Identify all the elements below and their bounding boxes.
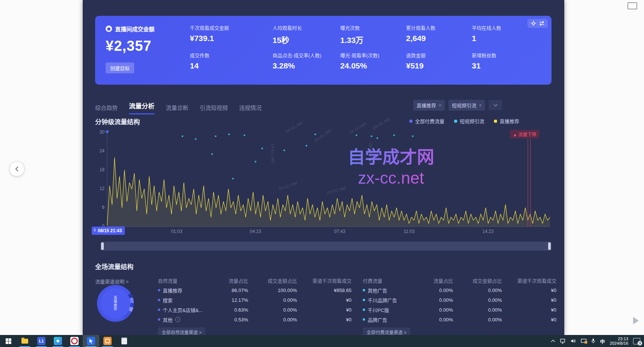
filter-tag-short-video[interactable]: 短视频引流 × bbox=[449, 100, 485, 111]
taskbar-app-browser[interactable] bbox=[66, 335, 83, 347]
metric-exposures: 曝光次数1.33万 bbox=[340, 24, 406, 52]
chevron-left-icon bbox=[15, 166, 19, 172]
chart-range-scrollbar[interactable] bbox=[100, 242, 552, 251]
chart-legend: 全部付费流量 短视频引流 直播推荐 bbox=[409, 117, 519, 125]
filter-dropdown[interactable] bbox=[489, 100, 502, 110]
table-row: 千川品牌广告 0.00% 0.00% ¥0 bbox=[363, 295, 556, 305]
x-tick: 14:23 bbox=[482, 229, 494, 234]
range-handle-left[interactable] bbox=[101, 242, 104, 250]
row-bullet bbox=[158, 318, 160, 321]
display-sync-icon[interactable] bbox=[581, 339, 586, 343]
metric-avg-watch-time: 人均观看时长15秒 bbox=[273, 24, 340, 52]
metric-total-viewers: 累计观看人数2,649 bbox=[406, 24, 472, 52]
tab-overall-trend[interactable]: 综合趋势 bbox=[95, 103, 118, 114]
legend-live-recommend[interactable]: 直播推荐 bbox=[494, 117, 519, 125]
remove-tag-icon[interactable]: × bbox=[439, 103, 441, 108]
metric-avg-online: 平均在线人数1 bbox=[472, 24, 539, 52]
create-goal-button[interactable]: 创建目标 bbox=[106, 62, 134, 73]
filter-tag-live-recommend[interactable]: 直播推荐 × bbox=[413, 100, 445, 111]
table-row: 其他广告 0.00% 0.00% ¥0 bbox=[363, 285, 556, 295]
status-badge bbox=[585, 341, 587, 344]
back-button[interactable] bbox=[10, 162, 24, 176]
volume-icon[interactable] bbox=[571, 339, 576, 343]
date: 2024/8/16 bbox=[610, 341, 628, 345]
y-tick: 6 bbox=[95, 205, 105, 210]
drag-grip-icon: ⠿ bbox=[94, 228, 96, 232]
table-row: 品牌广告 0.00% 0.00% ¥0 bbox=[363, 315, 556, 324]
tab-short-video[interactable]: 引流短视频 bbox=[200, 103, 228, 114]
range-handle-right[interactable] bbox=[548, 242, 551, 250]
remove-tag-icon[interactable]: × bbox=[479, 103, 482, 108]
tray-chevron-up[interactable] bbox=[551, 339, 555, 342]
notification-icon[interactable]: 3 bbox=[633, 338, 640, 344]
taskbar-app-orange[interactable] bbox=[99, 335, 116, 347]
legend-swatch bbox=[494, 120, 497, 123]
metric-gpm: 千次观看成交金额¥739.1 bbox=[190, 24, 273, 52]
info-icon[interactable]: i bbox=[175, 317, 180, 322]
orange-app-icon bbox=[103, 337, 112, 345]
windows-logo-icon bbox=[6, 338, 11, 344]
file-explorer-button[interactable] bbox=[17, 335, 33, 347]
red-o-browser-icon bbox=[70, 337, 79, 345]
tab-traffic-analysis[interactable]: 流量分析 bbox=[129, 101, 155, 114]
clock[interactable]: 23:13 2024/8/16 bbox=[610, 336, 628, 345]
table-row: 搜索 12.17% 0.00% ¥0 bbox=[158, 295, 352, 305]
paid-traffic-table: 付费流量 流量占比 成交金额占比 渠道千次观看成交 其他广告 0.00% 0.0… bbox=[363, 275, 556, 337]
windows-taskbar: L1 ❖ 中 23:13 2024/8/16 3 bbox=[0, 335, 644, 347]
table-row: 千川PC版 0.00% 0.00% ¥0 bbox=[363, 305, 556, 315]
donut-label: 直播推荐 bbox=[113, 296, 118, 311]
l1-app-icon: L1 bbox=[37, 337, 45, 345]
chevron-down-icon bbox=[494, 104, 498, 107]
cursor-app-icon bbox=[87, 337, 95, 345]
microphone-icon[interactable] bbox=[591, 338, 595, 344]
dashboard-window: ◉ 直播间成交金额 ¥2,357 创建目标 千次观看成交金额¥739.1 人均观… bbox=[83, 0, 564, 335]
row-bullet bbox=[363, 309, 365, 311]
y-tick: 30 bbox=[95, 129, 105, 135]
legend-paid-traffic[interactable]: 全部付费流量 bbox=[409, 117, 444, 125]
traffic-donut-chart: 直播推荐 bbox=[97, 285, 134, 322]
x-tick: 07:43 bbox=[334, 229, 345, 234]
taskbar-app-active[interactable] bbox=[83, 335, 99, 347]
network-icon[interactable] bbox=[560, 339, 566, 344]
metric-exposure-view-rate: 曝光-观看率(次数)24.05% bbox=[340, 52, 406, 79]
taskbar-app-teal[interactable]: ❖ bbox=[50, 335, 66, 347]
tab-violations[interactable]: 违规情况 bbox=[239, 103, 262, 114]
tab-traffic-diagnosis[interactable]: 流量诊断 bbox=[166, 103, 188, 114]
next-arrow-icon[interactable] bbox=[633, 317, 639, 324]
traffic-drop-alert[interactable]: ▲ 流量下降 bbox=[510, 130, 539, 138]
legend-swatch bbox=[454, 120, 457, 123]
time-cursor-chip[interactable]: ⠿08/15 21:43 bbox=[92, 227, 125, 235]
start-button[interactable] bbox=[0, 335, 17, 347]
legend-swatch bbox=[409, 120, 412, 123]
x-tick: 11:03 bbox=[404, 229, 415, 234]
metric-items-sold: 成交件数14 bbox=[190, 52, 273, 79]
notepad-icon bbox=[121, 338, 127, 344]
metric-refund-amount: 退款金额¥519 bbox=[406, 52, 472, 79]
kpi-metrics-grid: 千次观看成交金额¥739.1 人均观看时长15秒 曝光次数1.33万 累计观看人… bbox=[190, 24, 539, 79]
trend-line-chart bbox=[95, 130, 552, 228]
legend-short-video[interactable]: 短视频引流 bbox=[454, 117, 484, 125]
ime-indicator[interactable]: 中 bbox=[600, 338, 605, 345]
minute-traffic-chart[interactable]: 30 24 18 12 6 0 ▲ 流量下降 bbox=[95, 130, 552, 228]
table-row: 其他i 0.53% 0.00% ¥0 bbox=[158, 315, 352, 324]
swap-icon[interactable] bbox=[539, 20, 545, 26]
kpi-panel: ◉ 直播间成交金额 ¥2,357 创建目标 千次观看成交金额¥739.1 人均观… bbox=[95, 16, 552, 85]
time: 23:13 bbox=[610, 336, 628, 341]
gmv-value: ¥2,357 bbox=[106, 38, 155, 54]
x-axis-labels: ⠿08/15 21:43 01:03 04:23 07:43 11:03 14:… bbox=[95, 227, 552, 236]
x-tick: 04:23 bbox=[250, 229, 261, 234]
channel-help-link[interactable]: 流量渠道说明 > bbox=[95, 278, 129, 285]
teal-app-icon: ❖ bbox=[54, 337, 62, 345]
session-traffic-title: 全场流量结构 bbox=[95, 262, 133, 271]
folder-icon bbox=[21, 339, 28, 344]
taskbar-app-l1[interactable]: L1 bbox=[33, 335, 50, 347]
gear-icon[interactable] bbox=[530, 20, 536, 26]
watermark-tile: zx-cc.net bbox=[371, 116, 391, 131]
gmv-label: 直播间成交金额 bbox=[115, 25, 155, 33]
alert-icon: ▲ bbox=[513, 132, 517, 137]
row-bullet bbox=[158, 309, 160, 311]
y-tick: 24 bbox=[95, 148, 105, 154]
row-bullet bbox=[363, 289, 365, 291]
capture-icon[interactable] bbox=[627, 2, 637, 9]
taskbar-app-notepad[interactable] bbox=[116, 335, 132, 347]
